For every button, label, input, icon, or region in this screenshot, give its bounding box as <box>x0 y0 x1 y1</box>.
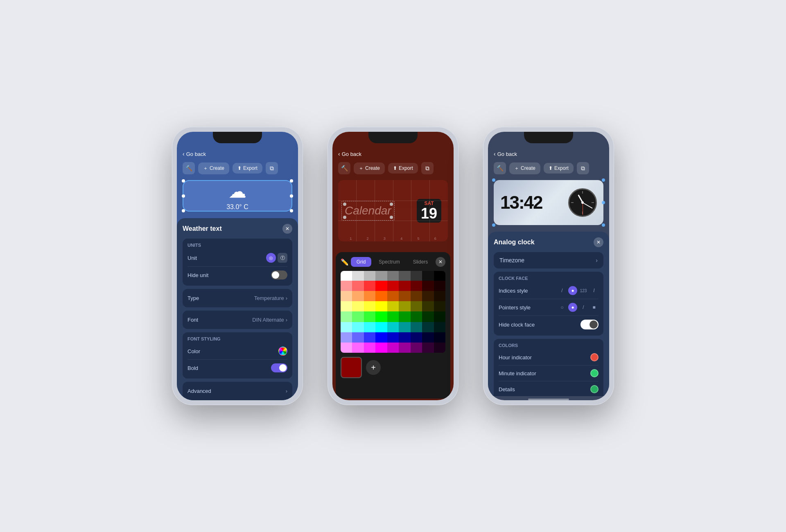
widget-preview: ☁ 33.0° C <box>183 180 292 212</box>
panel-header3: Analog clock ✕ <box>494 237 603 247</box>
tab-spectrum[interactable]: Spectrum <box>373 257 405 267</box>
panel-title3: Analog clock <box>494 239 535 246</box>
advanced-label: Advanced <box>187 388 211 394</box>
scene: ‹ Go back 🔨 ＋ Create ⬆ Export ⧉ <box>156 110 630 422</box>
back-label3[interactable]: Go back <box>497 151 517 157</box>
corner-handle-tr[interactable] <box>290 179 293 183</box>
grid-num4: 4 <box>400 237 402 241</box>
timezone-label: Timezone <box>499 257 524 264</box>
indices-line-icon[interactable]: / <box>558 286 567 295</box>
hammer-icon2[interactable]: 🔨 <box>338 162 350 174</box>
close-button3[interactable]: ✕ <box>594 237 603 247</box>
toolbar2: 🔨 ＋ Create ⬆ Export ⧉ <box>332 160 454 177</box>
minute-indicator-row: Minute indicator <box>499 367 599 379</box>
clock-handle-mr[interactable] <box>602 201 605 204</box>
clock-widget-area: 13:42 <box>488 177 609 228</box>
grid-num6: 6 <box>434 237 436 241</box>
create-button3[interactable]: ＋ Create <box>509 162 540 174</box>
hammer-icon3[interactable]: 🔨 <box>494 162 506 174</box>
back-label[interactable]: Go back <box>186 151 206 157</box>
font-section[interactable]: Font DIN Alternate › <box>183 311 292 329</box>
hour-indicator-label: Hour indicator <box>499 354 532 361</box>
pointer-circle-icon[interactable]: ○ <box>558 303 567 312</box>
color-picker-btn[interactable] <box>278 347 287 356</box>
font-chevron: › <box>286 317 287 323</box>
export-icon: ⬆ <box>237 165 242 171</box>
unit-icon-btn1[interactable]: ◎ <box>266 253 276 263</box>
pointer-line-icon[interactable]: / <box>579 303 588 312</box>
notch <box>213 132 262 143</box>
indices-dot-icon[interactable]: ● <box>568 286 577 295</box>
add-color-button[interactable]: + <box>366 360 381 375</box>
clock-handle-tr[interactable] <box>602 178 605 182</box>
export-button2[interactable]: ⬆ Export <box>388 163 418 174</box>
hide-clock-face-row: Hide clock face <box>499 318 599 331</box>
layers-icon2[interactable]: ⧉ <box>421 162 434 174</box>
calendar-text-selection: Calendar <box>345 204 391 217</box>
type-label: Type <box>187 295 199 301</box>
picker-tabs: Grid Spectrum Sliders <box>351 257 434 267</box>
top-bar3: ‹ Go back <box>488 148 609 160</box>
close-button2[interactable]: ✕ <box>436 257 445 267</box>
selected-color-swatch[interactable] <box>341 357 362 378</box>
type-section[interactable]: Type Temperature › <box>183 289 292 307</box>
corner-handle-br[interactable] <box>290 209 293 212</box>
panel-title: Weather text <box>183 225 222 232</box>
details-color[interactable] <box>590 385 599 393</box>
advanced-section[interactable]: Advanced › <box>183 382 292 400</box>
details-label: Details <box>499 386 515 392</box>
create-button[interactable]: ＋ Create <box>198 162 229 174</box>
timezone-row[interactable]: Timezone › <box>494 252 603 268</box>
pointer-square-icon[interactable]: ■ <box>590 303 599 312</box>
pencil-icon[interactable]: ✏️ <box>341 258 349 266</box>
indices-number-icon[interactable]: 123 <box>579 286 588 295</box>
cloud-icon: ☁ <box>228 181 246 202</box>
temp-display: 33.0° C <box>226 203 248 211</box>
tab-grid[interactable]: Grid <box>351 257 372 267</box>
close-button[interactable]: ✕ <box>282 224 292 234</box>
font-value: DIN Alternate › <box>252 317 287 323</box>
corner-handle-tl[interactable] <box>182 179 185 183</box>
clock-handle-bl[interactable] <box>492 223 495 227</box>
advanced-row: Advanced › <box>187 386 287 396</box>
indices-italic-icon[interactable]: I <box>590 286 599 295</box>
minute-indicator-color[interactable] <box>590 369 599 377</box>
color-row: Color <box>187 345 287 358</box>
advanced-chevron: › <box>286 388 287 394</box>
hide-clock-face-toggle[interactable] <box>580 320 599 329</box>
layers-icon[interactable]: ⧉ <box>266 162 278 174</box>
panel-header: Weather text ✕ <box>183 224 292 234</box>
grayscale-row <box>341 271 445 281</box>
type-chevron: › <box>286 295 287 301</box>
clock-handle-tl[interactable] <box>492 178 495 182</box>
notch3 <box>524 132 573 143</box>
export-button3[interactable]: ⬆ Export <box>544 163 574 174</box>
corner-handle-mr[interactable] <box>290 194 293 198</box>
bold-toggle[interactable] <box>271 363 287 372</box>
export-button[interactable]: ⬆ Export <box>233 163 262 174</box>
pointer-filled-icon[interactable]: ● <box>568 303 577 312</box>
timezone-chevron: › <box>596 257 598 264</box>
grid-numbers: 1 2 3 4 5 6 <box>338 237 448 241</box>
units-section-label: Units <box>187 243 287 248</box>
pointers-style-row: Pointers style ○ ● / ■ <box>499 301 599 314</box>
indices-style-row: Indices style / ● 123 I <box>499 284 599 297</box>
hour-indicator-color[interactable] <box>590 353 599 361</box>
back-label2[interactable]: Go back <box>342 151 361 157</box>
unit-icon-btn2[interactable]: ⓕ <box>278 253 287 263</box>
details-row: Details <box>499 383 599 395</box>
font-styling-section: Font styling Color Bold <box>183 332 292 379</box>
phone-weather: ‹ Go back 🔨 ＋ Create ⬆ Export ⧉ <box>172 127 303 405</box>
corner-handle-ml[interactable] <box>182 194 185 198</box>
colors-section: Colors Hour indicator Minute indicator <box>494 339 603 396</box>
layers-icon3[interactable]: ⧉ <box>577 162 589 174</box>
minute-hand <box>583 202 593 209</box>
corner-handle-bl[interactable] <box>182 209 185 212</box>
tab-sliders[interactable]: Sliders <box>407 257 434 267</box>
font-row: Font DIN Alternate › <box>187 315 287 325</box>
hide-unit-toggle[interactable] <box>271 271 287 280</box>
create-button2[interactable]: ＋ Create <box>354 162 385 174</box>
hammer-icon[interactable]: 🔨 <box>183 162 195 174</box>
clock-handle-br[interactable] <box>602 223 605 227</box>
color-grid[interactable] <box>341 271 445 353</box>
